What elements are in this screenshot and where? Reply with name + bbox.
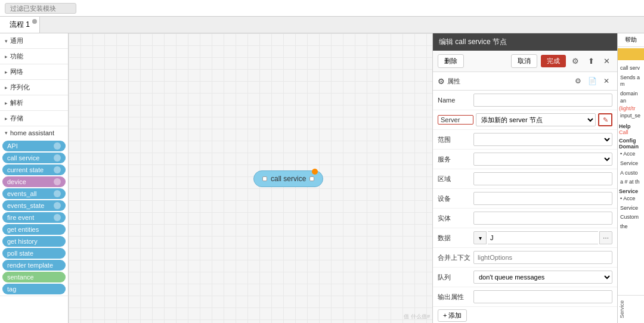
- node-get-history-label: get history: [7, 238, 38, 245]
- data-label: 数据: [438, 234, 473, 243]
- properties-settings-icon[interactable]: ⚙: [572, 75, 584, 87]
- node-device[interactable]: device: [2, 176, 66, 187]
- tab-bar: 流程 1: [0, 17, 644, 33]
- node-call-service-icon: [54, 154, 61, 162]
- node-device-label: device: [7, 178, 26, 185]
- group-ha-header[interactable]: ▾ home assistant: [0, 126, 68, 139]
- help-light-text: (light/tr: [619, 105, 643, 111]
- node-get-entities[interactable]: get entities: [2, 224, 66, 235]
- help-call-link[interactable]: Call: [619, 129, 643, 135]
- server-edit-button[interactable]: ✎: [598, 113, 612, 126]
- domain-input[interactable]: [473, 172, 612, 185]
- group-serialize-header[interactable]: ▸ 序列化: [0, 80, 68, 95]
- node-get-history[interactable]: get history: [2, 236, 66, 247]
- output-input[interactable]: [473, 290, 612, 303]
- node-warning-icon: [312, 169, 318, 175]
- group-function: ▸ 功能: [0, 49, 68, 64]
- node-tag[interactable]: tag: [2, 284, 66, 294]
- help-label: 帮助: [625, 36, 637, 43]
- help-title: Help: [619, 123, 643, 129]
- node-render-template[interactable]: render template: [2, 260, 66, 271]
- node-input-port: [262, 176, 267, 181]
- node-poll-state[interactable]: poll state: [2, 248, 66, 259]
- node-tag-label: tag: [7, 285, 16, 293]
- node-current-state[interactable]: current state: [2, 164, 66, 175]
- data-input[interactable]: [488, 231, 598, 244]
- data-controls: ▾ ⋯: [473, 231, 612, 244]
- settings-icon[interactable]: ⚙: [569, 55, 581, 67]
- help-header: 帮助: [618, 33, 644, 47]
- custom-text: A custo: [619, 169, 643, 178]
- help-sends-text: Sends a m: [619, 73, 643, 89]
- node-current-state-label: current state: [7, 166, 44, 173]
- help-call-text: call serv: [619, 64, 643, 73]
- scope-row: 范围: [433, 130, 617, 150]
- node-fire-event-icon: [54, 214, 61, 221]
- service-select[interactable]: [473, 153, 612, 166]
- service-text1: Service: [619, 159, 643, 169]
- group-serialize: ▸ 序列化: [0, 80, 68, 95]
- device-row: 设备: [433, 189, 617, 209]
- module-search-input[interactable]: [5, 3, 76, 14]
- tab-unsaved-indicator: [32, 19, 37, 24]
- node-fire-event[interactable]: fire event: [2, 212, 66, 223]
- node-current-state-icon: [54, 166, 61, 173]
- close-icon[interactable]: ✕: [600, 55, 612, 67]
- data-type-button[interactable]: ▾: [473, 231, 487, 244]
- node-api[interactable]: API: [2, 141, 66, 151]
- domain-config-title: Domain: [619, 144, 643, 150]
- arrow-icon: ▾: [5, 38, 8, 44]
- name-input[interactable]: [473, 94, 612, 107]
- node-events-state-label: events_state: [7, 202, 44, 209]
- properties-label: 属性: [447, 77, 460, 86]
- node-poll-state-label: poll state: [7, 250, 33, 257]
- node-call-service[interactable]: call service: [2, 153, 66, 163]
- merge-input[interactable]: [473, 251, 612, 264]
- node-output-port: [309, 176, 314, 181]
- canvas: call service 值 什么值#: [69, 33, 432, 323]
- tab-flow1[interactable]: 流程 1: [0, 17, 40, 33]
- accept1-text: • Acce: [619, 150, 643, 159]
- merge-label: 合并上下文: [438, 253, 473, 262]
- done-button[interactable]: 完成: [541, 55, 566, 67]
- help-content: call serv Sends a m domain an (light/tr …: [618, 61, 644, 295]
- entity-input[interactable]: [473, 212, 612, 225]
- node-events-state-icon: [54, 202, 61, 209]
- arrow-icon-stor: ▸: [5, 116, 8, 122]
- export-icon[interactable]: ⬆: [585, 55, 597, 67]
- group-storage-header[interactable]: ▸ 存储: [0, 111, 68, 126]
- properties-export-icon[interactable]: 📄: [586, 75, 598, 87]
- main-area: ▾ 通用 ▸ 功能 ▸ 网络 ▸ 序列化 ▸ 解析: [0, 33, 644, 323]
- group-network-header[interactable]: ▸ 网络: [0, 64, 68, 79]
- flow-node-call-service[interactable]: call service: [253, 170, 323, 187]
- queue-select[interactable]: don't queue messages: [473, 271, 612, 284]
- node-sentance[interactable]: sentance: [2, 272, 66, 282]
- device-input[interactable]: [473, 192, 612, 205]
- editor-panel: 编辑 call service 节点 删除 取消 完成 ⚙ ⬆ ✕ ⚙ 属性 ⚙…: [432, 33, 617, 323]
- group-ha-label: home assistant: [10, 129, 54, 136]
- help-input-text: input_se: [619, 111, 643, 121]
- data-expand-button[interactable]: ⋯: [599, 231, 612, 244]
- tab-flow1-label: 流程 1: [10, 20, 30, 30]
- add-button[interactable]: + 添加: [438, 309, 467, 322]
- group-general-header[interactable]: ▾ 通用: [0, 33, 68, 48]
- name-row: Name: [433, 91, 617, 110]
- service2-title: Service: [619, 188, 643, 194]
- delete-button[interactable]: 删除: [438, 54, 464, 68]
- group-serialize-label: 序列化: [10, 83, 30, 92]
- node-events-state[interactable]: events_state: [2, 200, 66, 211]
- node-fire-event-label: fire event: [7, 214, 34, 221]
- scope-select[interactable]: [473, 133, 612, 146]
- server-select[interactable]: 添加新的 server 节点: [476, 113, 596, 126]
- group-parse-header[interactable]: ▸ 解析: [0, 95, 68, 110]
- group-parse-label: 解析: [10, 98, 23, 107]
- group-storage-label: 存储: [10, 114, 23, 123]
- group-function-header[interactable]: ▸ 功能: [0, 49, 68, 64]
- name-label: Name: [438, 97, 473, 104]
- editor-body: Name Server 添加新的 server 节点 ✎ 范围: [433, 91, 617, 323]
- node-events-all[interactable]: events_all: [2, 188, 66, 199]
- queue-label: 队列: [438, 273, 473, 282]
- cancel-button[interactable]: 取消: [511, 54, 537, 68]
- properties-close-icon[interactable]: ✕: [600, 75, 612, 87]
- entity-row: 实体: [433, 209, 617, 228]
